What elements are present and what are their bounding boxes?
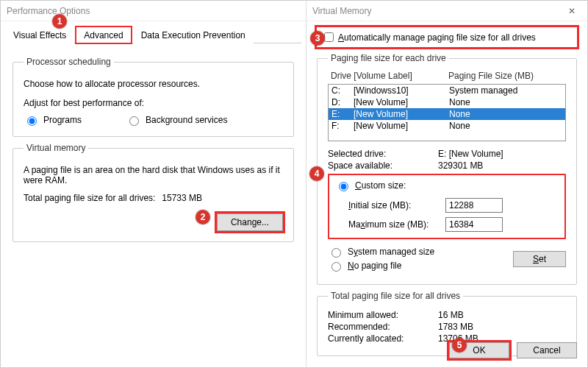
drive-letter: E: [331,108,354,120]
change-button[interactable]: Change... [217,213,283,231]
annotation-marker-2: 2 [196,210,210,224]
radio-system-managed-input[interactable] [331,248,341,258]
min-v: 16 MB [438,310,464,320]
radio-no-paging-label: No paging file [348,261,401,271]
perf-titlebar: Performance Options [1,1,306,21]
selected-drive-v: E: [New Volume] [438,149,503,159]
initial-size-k: Initial size (MB): [335,200,445,210]
radio-programs-input[interactable] [27,116,37,126]
space-available-k: Space available: [328,160,438,171]
min-k: Minimum allowed: [328,310,438,320]
radio-system-managed[interactable]: System managed size [328,246,434,258]
radio-background[interactable]: Background services [126,114,227,126]
radio-custom-label: Custom size: [355,180,406,191]
maximum-size-input[interactable] [445,217,503,232]
set-button[interactable]: Set [513,251,566,267]
sched-text: Choose how to allocate processor resourc… [24,79,283,89]
annotation-marker-3: 3 [310,31,325,46]
drive-letter: D: [331,96,354,108]
virtual-memory-dialog: Virtual Memory ✕ Automatically manage pa… [306,1,587,367]
radio-background-label: Background services [146,115,227,125]
selected-drive-k: Selected drive: [328,149,438,159]
radio-custom-input[interactable] [339,182,348,191]
tab-visual-effects[interactable]: Visual Effects [5,26,74,43]
drive-size: None [449,108,470,120]
radio-system-managed-label: System managed size [348,247,434,257]
annotation-marker-5: 5 [452,338,467,353]
tab-advanced[interactable]: Advanced [76,26,131,43]
initial-size-input[interactable] [445,198,503,213]
auto-manage-checkbox[interactable] [324,32,334,42]
maximum-size-k: Maximum size (MB): [335,219,445,230]
perf-title: Performance Options [7,6,90,16]
radio-background-input[interactable] [129,116,139,126]
annotation-marker-1: 1 [52,14,67,29]
radio-no-paging[interactable]: No paging file [328,260,434,272]
virtual-memory-group: Virtual memory A paging file is an area … [12,143,294,242]
tab-strip: Visual Effects Advanced Data Execution P… [5,26,301,43]
total-paging-label: Total paging file size for all drives: [24,193,155,203]
auto-manage-row[interactable]: Automatically manage paging file size fo… [317,27,577,47]
header-drive: Drive [Volume Label] [331,71,448,81]
header-size: Paging File Size (MB) [448,71,534,81]
rec-v: 1783 MB [438,322,473,332]
drives-legend: Paging file size for each drive [328,53,449,63]
vm-legend: Virtual memory [24,143,88,153]
drive-letter: C: [331,85,354,96]
rec-k: Recommended: [328,322,438,332]
adjust-label: Adjust for best performance of: [24,98,283,108]
drive-row-selected[interactable]: E: [New Volume] None [329,108,565,120]
totals-legend: Total paging file size for all drives [328,291,463,301]
custom-size-highlight: Custom size: Initial size (MB): Maximum … [328,174,566,239]
radio-no-paging-input[interactable] [331,262,341,272]
vm-titlebar: Virtual Memory ✕ [306,1,587,21]
dialog-buttons: OK Cancel [449,342,577,358]
total-paging-value: 15733 MB [162,193,202,203]
drive-list[interactable]: C: [Windowss10] System managed D: [New V… [328,84,566,141]
radio-programs-label: Programs [43,115,82,125]
radio-programs[interactable]: Programs [24,114,82,126]
drive-size: None [449,96,470,108]
sched-legend: Processor scheduling [24,57,114,67]
cur-k: Currently allocated: [328,333,438,344]
drive-letter: F: [331,120,354,132]
radio-custom-size[interactable]: Custom size: [335,180,406,191]
drive-label: [New Volume] [354,108,449,120]
drives-group: Paging file size for each drive Drive [V… [317,53,577,285]
processor-scheduling-group: Processor scheduling Choose how to alloc… [12,57,294,137]
performance-options-dialog: Performance Options Visual Effects Advan… [1,1,306,367]
drive-size: None [449,120,470,132]
tab-dep[interactable]: Data Execution Prevention [133,26,254,43]
drive-row[interactable]: F: [New Volume] None [329,120,565,132]
vm-title: Virtual Memory [312,6,371,16]
drive-label: [New Volume] [354,120,449,132]
vm-text: A paging file is an area on the hard dis… [24,165,283,185]
drive-row[interactable]: D: [New Volume] None [329,96,565,108]
auto-manage-label: utomatically manage paging file size for… [344,32,536,43]
drive-size: System managed [449,85,517,96]
drive-label: [New Volume] [354,96,449,108]
space-available-v: 329301 MB [438,160,483,171]
cancel-button[interactable]: Cancel [517,342,577,358]
drive-list-header: Drive [Volume Label] Paging File Size (M… [328,71,566,81]
drive-label: [Windowss10] [354,85,449,96]
annotation-marker-4: 4 [309,166,324,181]
drive-row[interactable]: C: [Windowss10] System managed [329,85,565,96]
close-icon[interactable]: ✕ [556,1,587,21]
